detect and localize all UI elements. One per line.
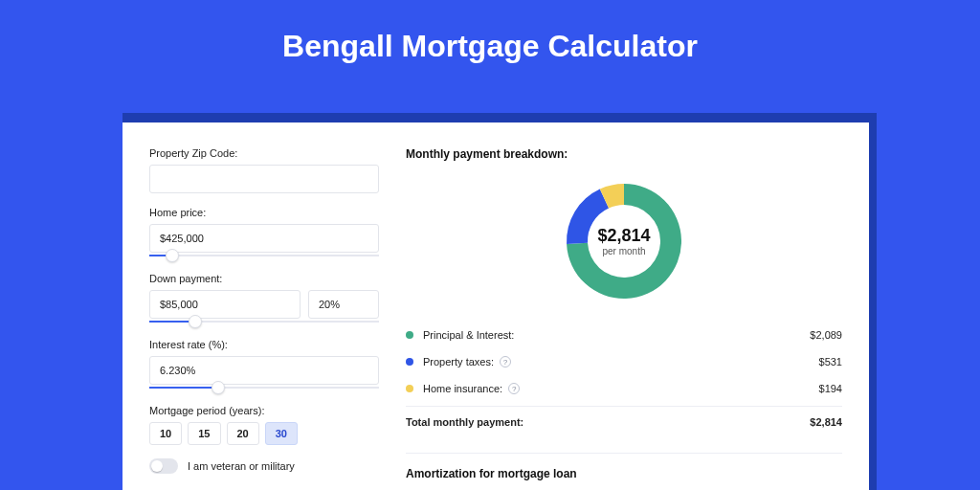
legend-row: Principal & Interest:$2,089 [406, 322, 842, 348]
legend-value: $531 [819, 356, 842, 368]
period-option-20[interactable]: 20 [227, 422, 259, 445]
zip-field: Property Zip Code: [149, 147, 379, 193]
help-icon[interactable]: ? [508, 383, 520, 394]
breakdown-donut-chart: $2,814 per month [561, 178, 687, 304]
home-price-label: Home price: [149, 207, 379, 218]
period-option-30[interactable]: 30 [265, 422, 298, 445]
amortization-heading: Amortization for mortgage loan [406, 467, 842, 480]
down-payment-slider[interactable] [149, 318, 379, 325]
zip-input[interactable] [149, 165, 379, 193]
total-row: Total monthly payment: $2,814 [406, 406, 842, 435]
down-payment-label: Down payment: [149, 273, 379, 284]
page-title: Bengall Mortgage Calculator [0, 0, 980, 91]
interest-slider[interactable] [149, 384, 379, 391]
period-label: Mortgage period (years): [149, 405, 379, 416]
home-price-field: Home price: [149, 207, 379, 259]
legend-value: $194 [819, 383, 842, 394]
total-label: Total monthly payment: [406, 416, 523, 428]
veteran-toggle[interactable] [149, 458, 178, 474]
amortization-section: Amortization for mortgage loan Amortizat… [406, 453, 842, 490]
interest-field: Interest rate (%): [149, 339, 379, 391]
legend-dot-icon [406, 358, 413, 366]
legend-row: Property taxes:?$531 [406, 348, 842, 375]
legend-dot-icon [406, 331, 413, 339]
home-price-slider[interactable] [149, 252, 379, 259]
period-field: Mortgage period (years): 10152030 [149, 405, 379, 445]
legend-dot-icon [406, 385, 413, 392]
donut-center-amount: $2,814 [597, 226, 650, 246]
legend-row: Home insurance:?$194 [406, 375, 842, 402]
help-icon[interactable]: ? [500, 356, 511, 368]
down-payment-field: Down payment: [149, 273, 379, 325]
legend-label: Home insurance: [423, 383, 502, 394]
toggle-knob [151, 460, 163, 472]
donut-center-sub: per month [602, 246, 645, 256]
legend-value: $2,089 [810, 329, 842, 341]
veteran-label: I am veteran or military [188, 460, 295, 472]
down-payment-pct-input[interactable] [308, 290, 379, 319]
form-column: Property Zip Code: Home price: Down paym… [149, 147, 379, 490]
breakdown-heading: Monthly payment breakdown: [406, 147, 842, 161]
interest-label: Interest rate (%): [149, 339, 379, 350]
legend-label: Principal & Interest: [423, 329, 514, 341]
legend-label: Property taxes: [423, 356, 494, 368]
breakdown-legend: Principal & Interest:$2,089Property taxe… [406, 322, 842, 402]
home-price-input[interactable] [149, 224, 379, 253]
down-payment-input[interactable] [149, 290, 301, 319]
total-value: $2,814 [810, 416, 842, 428]
interest-input[interactable] [149, 356, 379, 385]
results-column: Monthly payment breakdown: $2,814 per mo… [406, 147, 842, 490]
period-option-10[interactable]: 10 [149, 422, 182, 445]
period-option-15[interactable]: 15 [188, 422, 220, 445]
zip-label: Property Zip Code: [149, 147, 379, 159]
calculator-card: Property Zip Code: Home price: Down paym… [122, 122, 869, 490]
